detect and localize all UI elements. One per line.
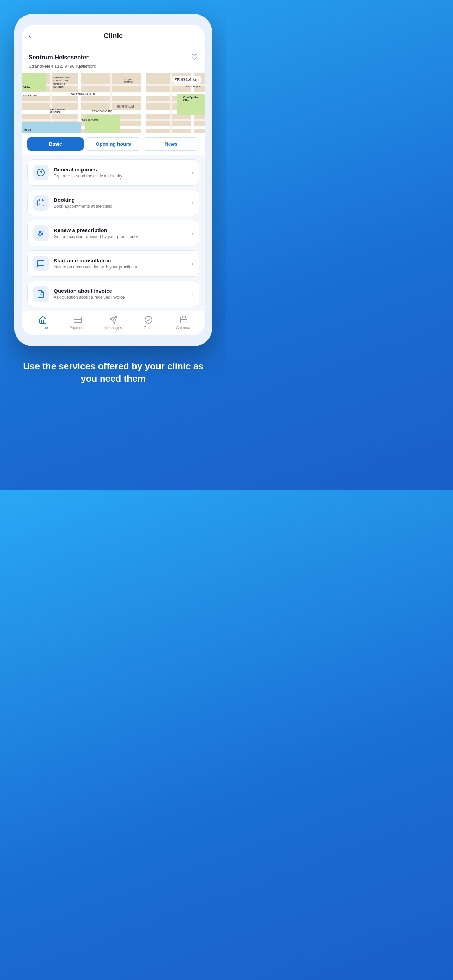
service-booking-subtitle: Book appointments at the clinic xyxy=(54,204,186,209)
prescription-icon-wrap xyxy=(33,226,49,241)
svg-rect-16 xyxy=(181,317,187,323)
nav-calendar-label: Calendar xyxy=(176,326,192,330)
econsultation-chevron: › xyxy=(191,260,193,267)
bottom-navigation: Home Payments Messages xyxy=(22,311,205,336)
send-icon xyxy=(109,316,118,324)
footer-text: Use the services offered by your clinic … xyxy=(7,360,219,385)
tab-news[interactable]: News xyxy=(143,137,199,151)
pill-icon xyxy=(37,229,45,237)
service-general-title: General inquiries xyxy=(54,167,186,172)
service-general-subtitle: Tap here to send the clinic an inquiry xyxy=(54,173,186,178)
page-title: Clinic xyxy=(104,32,123,40)
service-invoice-text: Question about invoice Ask question abou… xyxy=(54,288,186,300)
service-invoice-subtitle: Ask question about a received invoice xyxy=(54,295,186,300)
econsultation-icon-wrap xyxy=(33,256,49,271)
service-invoice-title: Question about invoice xyxy=(54,288,186,294)
screen: ‹ Clinic Sentrum Helsesenter ♡ Strandvei… xyxy=(22,25,205,336)
question-icon: ? xyxy=(37,168,45,177)
svg-rect-2 xyxy=(38,200,44,206)
services-list: ? General inquiries Tap here to send the… xyxy=(22,155,205,311)
favorite-button[interactable]: ♡ xyxy=(191,53,198,62)
service-invoice[interactable]: ? Question about invoice Ask question ab… xyxy=(27,281,199,307)
svg-point-7 xyxy=(41,204,41,205)
svg-point-6 xyxy=(39,204,40,205)
booking-icon-wrap xyxy=(33,195,49,211)
calendar-icon xyxy=(37,199,45,207)
general-inquiries-icon-wrap: ? xyxy=(33,165,49,180)
nav-messages-label: Messages xyxy=(105,326,122,330)
card-icon xyxy=(74,316,82,324)
back-button[interactable]: ‹ xyxy=(29,32,31,41)
tab-basic[interactable]: Basic xyxy=(27,137,84,151)
nav-messages[interactable]: Messages xyxy=(105,316,122,330)
invoice-icon: ? xyxy=(37,290,45,298)
tab-opening-hours[interactable]: Opening hours xyxy=(85,137,141,151)
service-econsultation-text: Start an e-consultation Initiate an e-co… xyxy=(54,258,186,269)
clinic-name: Sentrum Helsesenter xyxy=(29,54,89,61)
check-circle-icon xyxy=(144,316,153,324)
prescription-chevron: › xyxy=(191,230,193,237)
nav-tasks[interactable]: Tasks xyxy=(140,316,157,330)
calendar-nav-icon xyxy=(180,316,188,324)
nav-tasks-label: Tasks xyxy=(144,326,153,330)
booking-chevron: › xyxy=(191,199,193,207)
svg-text:?: ? xyxy=(40,170,42,175)
nav-payments[interactable]: Payments xyxy=(69,316,87,330)
distance-value: 471.4 km xyxy=(181,77,199,82)
service-econsultation-subtitle: Initiate an e-consultation with your pra… xyxy=(54,264,186,269)
nav-payments-label: Payments xyxy=(69,326,86,330)
clinic-info: Sentrum Helsesenter ♡ Strandveien 112, 9… xyxy=(22,47,205,73)
svg-point-15 xyxy=(145,317,152,323)
nav-home-label: Home xyxy=(37,326,48,330)
invoice-icon-wrap: ? xyxy=(33,286,49,302)
general-chevron: › xyxy=(191,169,193,177)
home-icon xyxy=(38,316,47,324)
service-booking[interactable]: Booking Book appointments at the clinic … xyxy=(27,190,199,216)
service-econsultation[interactable]: Start an e-consultation Initiate an e-co… xyxy=(27,250,199,277)
nav-home[interactable]: Home xyxy=(34,316,51,330)
svg-rect-11 xyxy=(74,317,82,323)
phone-frame: ‹ Clinic Sentrum Helsesenter ♡ Strandvei… xyxy=(14,14,212,346)
tab-bar: Basic Opening hours News xyxy=(22,133,205,155)
invoice-chevron: › xyxy=(191,290,193,298)
distance-badge: 🗺 471.4 km xyxy=(172,76,202,84)
service-booking-text: Booking Book appointments at the clinic xyxy=(54,197,186,209)
nav-calendar[interactable]: Calendar xyxy=(175,316,192,330)
service-prescription[interactable]: Renew a prescription Get prescription re… xyxy=(27,220,199,246)
service-prescription-subtitle: Get prescription renewed by your practit… xyxy=(54,234,186,239)
clinic-address: Strandveien 112, 9790 Kjøllefjord xyxy=(29,64,96,69)
service-general-inquiries[interactable]: ? General inquiries Tap here to send the… xyxy=(27,159,199,186)
service-prescription-title: Renew a prescription xyxy=(54,227,186,233)
service-general-text: General inquiries Tap here to send the c… xyxy=(54,167,186,178)
service-econsultation-title: Start an e-consultation xyxy=(54,258,186,264)
chat-icon xyxy=(37,259,45,268)
page-header: ‹ Clinic xyxy=(22,25,205,47)
service-booking-title: Booking xyxy=(54,197,186,203)
service-prescription-text: Renew a prescription Get prescription re… xyxy=(54,227,186,239)
svg-text:?: ? xyxy=(40,294,41,296)
map-view[interactable]: Universiteteti Oslo - Detjuridiskefakult… xyxy=(22,73,205,133)
